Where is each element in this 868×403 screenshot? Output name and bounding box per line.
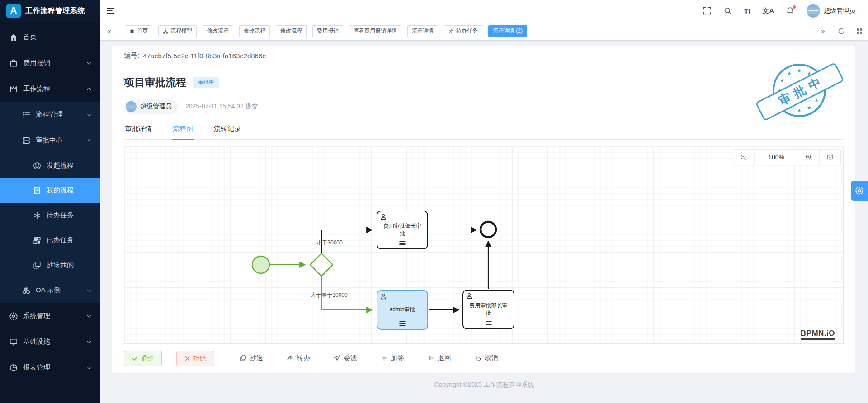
gear-icon [855, 187, 863, 195]
app-logo[interactable]: A 工作流程管理系统 [0, 0, 100, 22]
chevron-down-icon [87, 340, 91, 344]
tab-流程详情[interactable]: 流程详情 [407, 25, 438, 37]
tabs-scroll-left-icon[interactable]: « [100, 22, 118, 40]
user-menu[interactable]: 超级管理员 [807, 4, 855, 18]
edge-label-greater-equal: 大于等于30000 [297, 291, 361, 299]
sidebar-item-label: 待办任务 [47, 211, 74, 220]
layout-grid-icon[interactable] [850, 22, 868, 40]
退回-button[interactable]: 退回 [428, 354, 451, 362]
sidebar-item-发起流程[interactable]: 发起流程 [0, 153, 100, 178]
font-size-icon[interactable]: Tt [744, 7, 750, 15]
submenu-工作流程: 流程管理审批中心发起流程我的流程待办任务已办任务抄送我的OA 示例 [0, 102, 100, 303]
sidebar-item-OA 示例[interactable]: OA 示例 [0, 277, 100, 303]
submenu-审批中心: 发起流程我的流程待办任务已办任务抄送我的 [0, 153, 100, 277]
notification-badge [793, 5, 796, 9]
tab-修改流程[interactable]: 修改流程 [239, 25, 270, 37]
转办-button[interactable]: 转办 [287, 354, 310, 362]
tab-首页[interactable]: 首页 [125, 25, 152, 37]
search-icon[interactable] [723, 6, 732, 15]
forward-icon [287, 355, 293, 361]
refresh-icon[interactable] [832, 22, 850, 40]
加签-button[interactable]: 加签 [381, 354, 404, 362]
tab-流程模型[interactable]: 流程模型 [158, 25, 197, 37]
multi-instance-marker-icon [400, 241, 406, 245]
tabs-scroll-right-icon[interactable]: » [814, 22, 832, 40]
sidebar-item-系统管理[interactable]: 系统管理 [0, 303, 100, 329]
reject-button[interactable]: 拒绝 [176, 351, 214, 366]
title-row: 项目审批流程 审批中 [124, 75, 844, 89]
notification-icon[interactable] [786, 6, 795, 15]
user-task-icon [380, 213, 387, 220]
header-actions: Tt 文A 超级管理员 [703, 4, 868, 18]
monitor-icon [9, 338, 18, 346]
sidebar-item-我的流程[interactable]: 我的流程 [0, 178, 100, 203]
undo-icon [475, 355, 481, 361]
model-icon [163, 28, 168, 34]
logo-icon: A [6, 4, 21, 18]
submitter-avatar [126, 101, 137, 112]
language-icon[interactable]: 文A [762, 7, 774, 15]
tab-流程详情 (2)[interactable]: 流程详情 (2) [488, 25, 527, 37]
sidebar-menu: 首页费用报销工作流程流程管理审批中心发起流程我的流程待办任务已办任务抄送我的OA… [0, 22, 100, 380]
binoculars-icon [22, 286, 30, 295]
tab-费用报销[interactable]: 费用报销 [312, 25, 343, 37]
workflow-icon [9, 85, 18, 93]
sidebar-item-首页[interactable]: 首页 [0, 24, 100, 50]
task-admin-approve[interactable]: admin审批 [377, 290, 428, 330]
doc-number-label: 编号: [124, 52, 139, 60]
chevron-down-icon [87, 288, 91, 293]
main-content: 编号: 47aeb7f5-5e2c-11f0-8b3a-fa163e2d866e… [100, 41, 868, 403]
aster-icon [33, 211, 41, 220]
tab-修改流程[interactable]: 修改流程 [276, 25, 307, 37]
detail-tab-流转记录[interactable]: 流转记录 [213, 125, 242, 139]
chevron-down-icon [87, 314, 91, 319]
smile-icon [33, 162, 41, 170]
action-bar: 通过 拒绝 抄送转办委派加签退回取消 [124, 351, 844, 366]
tab-修改流程[interactable]: 修改流程 [203, 25, 233, 37]
fit-view-icon[interactable] [820, 150, 840, 165]
app-title: 工作流程管理系统 [25, 6, 85, 16]
sidebar-item-工作流程[interactable]: 工作流程 [0, 76, 100, 102]
exclusive-gateway [310, 253, 333, 276]
settings-drawer-button[interactable] [851, 181, 868, 201]
chevron-down-icon [87, 112, 91, 117]
chevron-up-icon [87, 138, 91, 143]
diagram-zoom-toolbar: 100% [733, 149, 841, 165]
sidebar-item-审批中心[interactable]: 审批中心 [0, 127, 100, 153]
chevron-up-icon [87, 87, 91, 91]
grid2-icon [33, 236, 41, 244]
detail-tab-审批详情[interactable]: 审批详情 [124, 125, 153, 139]
task-expense-minister-bottom[interactable]: 费用审批部长审批 [462, 290, 514, 329]
bpmn-io-watermark[interactable]: BPMN.iO [801, 329, 835, 340]
sidebar-item-基础设施[interactable]: 基础设施 [0, 329, 100, 355]
sidebar-item-流程管理[interactable]: 流程管理 [0, 102, 100, 127]
sidebar-item-label: 发起流程 [47, 161, 74, 170]
sidebar-item-label: 首页 [23, 33, 37, 42]
bpmn-diagram[interactable]: 费用审批部长审批 admin审批 费用审批部长审批 小于30000 大于等于30… [124, 146, 844, 344]
task-expense-minister-top[interactable]: 费用审批部长审批 [377, 211, 428, 249]
sidebar-item-抄送我的[interactable]: 抄送我的 [0, 253, 100, 277]
委派-button[interactable]: 委派 [334, 354, 357, 362]
sidebar-item-label: 系统管理 [23, 312, 50, 320]
page-title: 项目审批流程 [124, 75, 186, 89]
detail-tab-流程图[interactable]: 流程图 [172, 125, 194, 139]
抄送-button[interactable]: 抄送 [240, 354, 263, 362]
tab-待办任务[interactable]: 待办任务 [444, 25, 482, 37]
fullscreen-icon[interactable] [703, 6, 712, 15]
tab-查看费用报销详情[interactable]: 查看费用报销详情 [349, 25, 401, 37]
hamburger-icon[interactable] [100, 0, 121, 22]
sidebar-item-已办任务[interactable]: 已办任务 [0, 228, 100, 253]
gear-icon [9, 312, 18, 320]
sidebar-item-报表管理[interactable]: 报表管理 [0, 355, 100, 380]
approve-button[interactable]: 通过 [124, 351, 162, 366]
sidebar: A 工作流程管理系统 首页费用报销工作流程流程管理审批中心发起流程我的流程待办任… [0, 0, 100, 403]
zoom-out-icon[interactable] [733, 150, 754, 165]
sidebar-item-费用报销[interactable]: 费用报销 [0, 50, 100, 76]
取消-button[interactable]: 取消 [475, 354, 498, 362]
close-icon [184, 356, 190, 361]
sidebar-item-label: 费用报销 [23, 59, 50, 67]
zoom-in-icon[interactable] [798, 150, 819, 165]
sidebar-item-待办任务[interactable]: 待办任务 [0, 203, 100, 228]
sidebar-item-label: 我的流程 [47, 186, 74, 195]
chevron-down-icon [87, 61, 91, 66]
